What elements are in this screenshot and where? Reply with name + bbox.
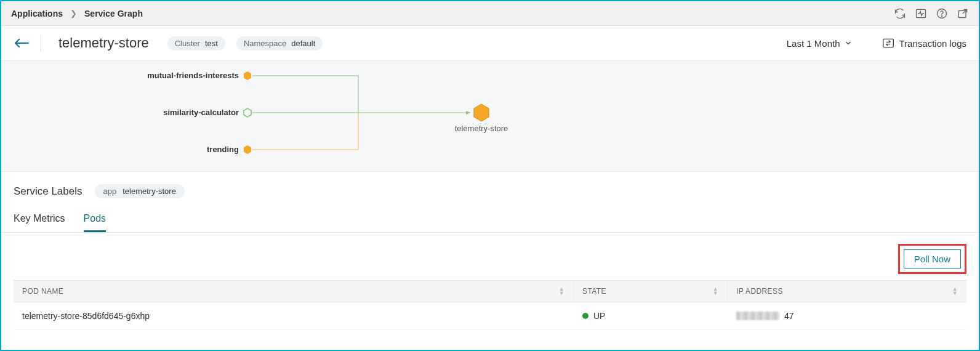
- namespace-value: default: [291, 39, 315, 48]
- external-link-icon[interactable]: [957, 7, 969, 20]
- table-row[interactable]: telemetry-store-85d6fd645-g6xhpUP47: [14, 302, 966, 330]
- activity-icon[interactable]: [915, 7, 927, 20]
- service-label-key: app: [103, 187, 117, 196]
- sort-icon[interactable]: ▲▼: [952, 287, 958, 296]
- svg-text:similarity-calculator: similarity-calculator: [163, 108, 239, 117]
- ip-cell: 47: [728, 302, 966, 329]
- cluster-value: test: [205, 39, 218, 48]
- column-header[interactable]: STATE▲▼: [574, 281, 728, 302]
- time-range-label: Last 1 Month: [787, 38, 840, 49]
- namespace-pill[interactable]: Namespace default: [236, 36, 323, 50]
- service-labels-heading: Service Labels: [14, 185, 82, 198]
- back-button[interactable]: [14, 36, 30, 50]
- sort-icon[interactable]: ▲▼: [559, 287, 564, 296]
- refresh-icon[interactable]: [894, 7, 906, 20]
- top-breadcrumb-bar: Applications ❯ Service Graph: [1, 1, 979, 26]
- breadcrumb-current: Service Graph: [84, 9, 143, 18]
- state-cell: UP: [574, 302, 728, 329]
- help-icon[interactable]: [936, 7, 948, 20]
- service-graph-canvas[interactable]: mutual-friends-interestssimilarity-calcu…: [1, 61, 979, 172]
- pod-name-cell: telemetry-store-85d6fd645-g6xhp: [14, 302, 574, 329]
- table-header: POD NAME▲▼STATE▲▼IP ADDRESS▲▼: [14, 280, 966, 302]
- svg-text:telemetry-store: telemetry-store: [455, 124, 508, 133]
- tabs: Key MetricsPods: [1, 202, 979, 233]
- column-header[interactable]: POD NAME▲▼: [14, 281, 574, 302]
- time-range-selector[interactable]: Last 1 Month: [787, 38, 853, 49]
- service-labels-section: Service Labels app telemetry-store: [1, 172, 979, 202]
- tab-key-metrics[interactable]: Key Metrics: [14, 213, 65, 232]
- svg-point-2: [942, 15, 942, 16]
- tab-pods[interactable]: Pods: [84, 213, 106, 232]
- pods-table: POD NAME▲▼STATE▲▼IP ADDRESS▲▼ telemetry-…: [14, 280, 966, 330]
- chevron-down-icon: [844, 39, 853, 47]
- page-title: telemetry-store: [58, 35, 149, 51]
- breadcrumb: Applications ❯ Service Graph: [11, 9, 143, 18]
- cluster-label: Cluster: [175, 39, 200, 48]
- transaction-logs-link[interactable]: Transaction logs: [882, 38, 967, 49]
- svg-text:mutual-friends-interests: mutual-friends-interests: [147, 71, 239, 80]
- column-header[interactable]: IP ADDRESS▲▼: [728, 281, 966, 302]
- topbar-actions: [894, 7, 969, 20]
- chevron-right-icon: ❯: [70, 9, 77, 18]
- breadcrumb-root[interactable]: Applications: [11, 9, 63, 18]
- service-label-pill[interactable]: app telemetry-store: [95, 184, 185, 198]
- svg-rect-5: [883, 39, 893, 47]
- sort-icon[interactable]: ▲▼: [713, 287, 718, 296]
- page-header: telemetry-store Cluster test Namespace d…: [1, 26, 979, 61]
- service-label-value: telemetry-store: [122, 187, 176, 196]
- poll-now-button[interactable]: Poll Now: [904, 249, 961, 268]
- namespace-label: Namespace: [244, 39, 286, 48]
- cluster-pill[interactable]: Cluster test: [167, 36, 225, 50]
- redacted-ip: [736, 312, 779, 320]
- pods-actions-row: Poll Now: [1, 233, 979, 280]
- svg-text:trending: trending: [207, 145, 239, 154]
- transaction-logs-label: Transaction logs: [899, 38, 967, 49]
- status-dot-icon: [582, 313, 588, 319]
- swap-icon: [882, 38, 894, 49]
- poll-now-highlight: Poll Now: [898, 244, 966, 274]
